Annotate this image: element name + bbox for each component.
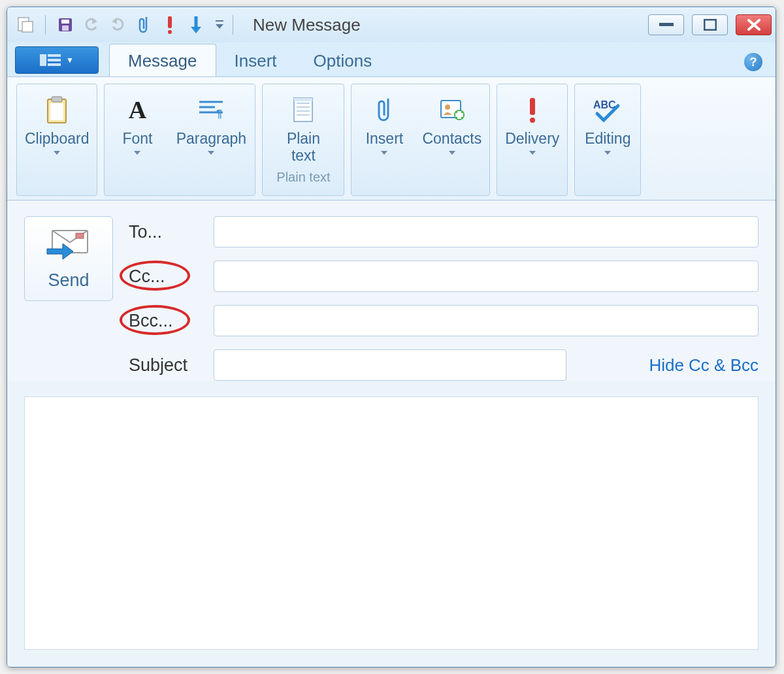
subject-label: Subject: [129, 355, 202, 376]
compose-area: Send To... Cc... Bcc...: [7, 201, 776, 667]
close-button[interactable]: [736, 14, 772, 35]
spellcheck-icon: ABC: [592, 93, 623, 126]
svg-rect-11: [216, 20, 223, 22]
svg-text:¶: ¶: [216, 108, 222, 120]
svg-rect-26: [294, 98, 312, 121]
svg-rect-20: [52, 97, 62, 102]
separator: [45, 15, 46, 35]
hide-cc-bcc-link[interactable]: Hide Cc & Bcc: [649, 355, 759, 376]
svg-marker-12: [216, 24, 223, 29]
delivery-button[interactable]: Delivery: [498, 89, 566, 157]
contacts-label: Contacts: [422, 130, 482, 147]
importance-icon: [527, 93, 538, 126]
clipboard-button[interactable]: Clipboard: [18, 89, 95, 157]
svg-marker-10: [191, 27, 201, 33]
subject-input[interactable]: [214, 349, 566, 381]
save-icon[interactable]: [56, 16, 74, 34]
font-button[interactable]: A Font: [106, 89, 169, 157]
send-envelope-icon: [46, 227, 91, 264]
cc-label-button[interactable]: Cc...: [129, 266, 202, 287]
editing-label: Editing: [585, 130, 630, 147]
ribbon: Clipboard A Font ¶ Paragraph: [7, 76, 776, 201]
clipboard-label: Clipboard: [25, 130, 89, 147]
quick-access-toolbar: [11, 15, 226, 35]
svg-point-38: [530, 118, 535, 123]
ribbon-group-insert: Insert Contacts: [351, 84, 490, 196]
paragraph-label: Paragraph: [176, 130, 246, 147]
tab-options[interactable]: Options: [295, 44, 391, 76]
dropdown-caret-icon: [208, 151, 214, 155]
redo-icon[interactable]: [108, 16, 127, 34]
svg-rect-41: [76, 233, 84, 238]
svg-rect-15: [40, 54, 46, 66]
new-message-window: New Message ▼ Message Insert Options ?: [7, 7, 776, 667]
maximize-button[interactable]: [692, 14, 728, 35]
ribbon-group-font: A Font ¶ Paragraph: [104, 84, 255, 196]
ribbon-tabs: ▼ Message Insert Options ?: [7, 42, 776, 76]
clipboard-icon: [45, 93, 69, 126]
dropdown-caret-icon: [54, 151, 60, 155]
svg-marker-5: [92, 18, 97, 24]
window-title: New Message: [253, 15, 361, 35]
dropdown-caret-icon: [449, 151, 455, 155]
contacts-icon: [438, 93, 466, 126]
font-icon: A: [129, 93, 146, 126]
ribbon-group-editing: ABC Editing: [574, 84, 641, 196]
svg-rect-1: [22, 22, 33, 32]
dropdown-caret-icon: [134, 151, 140, 155]
svg-text:ABC: ABC: [593, 99, 616, 110]
qat-customize-icon[interactable]: [213, 16, 226, 34]
svg-rect-4: [62, 25, 69, 31]
svg-rect-36: [455, 113, 463, 117]
font-label: Font: [122, 130, 152, 147]
svg-marker-6: [112, 18, 117, 24]
svg-rect-3: [61, 20, 69, 24]
to-input[interactable]: [214, 216, 759, 248]
bcc-input[interactable]: [214, 305, 759, 336]
svg-point-8: [168, 30, 172, 34]
contacts-button[interactable]: Contacts: [416, 89, 488, 157]
paragraph-button[interactable]: ¶ Paragraph: [169, 89, 253, 157]
attachment-icon[interactable]: [135, 16, 153, 34]
tab-message[interactable]: Message: [109, 44, 216, 76]
svg-rect-14: [704, 20, 716, 30]
tab-insert[interactable]: Insert: [216, 44, 295, 76]
titlebar: New Message: [7, 7, 776, 42]
insert-button[interactable]: Insert: [353, 89, 416, 157]
plaintext-group-label: Plain text: [276, 167, 330, 187]
separator: [233, 15, 233, 35]
undo-icon[interactable]: [82, 16, 101, 34]
editing-button[interactable]: ABC Editing: [576, 89, 639, 157]
svg-rect-18: [48, 63, 61, 66]
dropdown-caret-icon: [381, 151, 387, 155]
ribbon-group-delivery: Delivery: [497, 84, 568, 196]
new-document-icon[interactable]: [16, 16, 35, 34]
insert-label: Insert: [366, 130, 404, 147]
paperclip-icon: [376, 93, 392, 126]
plaintext-label: Plain text: [287, 130, 320, 165]
bcc-label-button[interactable]: Bcc...: [129, 311, 202, 331]
dropdown-caret-icon: [529, 151, 536, 155]
svg-rect-7: [168, 16, 172, 28]
message-body-area[interactable]: [24, 396, 759, 650]
ribbon-group-plaintext: Plain text Plain text: [262, 84, 344, 196]
svg-rect-37: [530, 98, 535, 115]
paragraph-icon: ¶: [198, 93, 224, 126]
send-button[interactable]: Send: [24, 216, 113, 301]
document-icon: [291, 93, 315, 126]
to-label-button[interactable]: To...: [129, 222, 202, 242]
cc-input[interactable]: [214, 261, 759, 292]
minimize-button[interactable]: [648, 14, 684, 35]
help-icon[interactable]: ?: [744, 53, 762, 71]
svg-rect-13: [659, 23, 674, 26]
svg-rect-21: [50, 103, 63, 120]
plaintext-button[interactable]: Plain text: [264, 89, 342, 167]
send-label: Send: [48, 270, 89, 291]
low-importance-icon[interactable]: [187, 16, 205, 34]
app-menu-button[interactable]: ▼: [15, 46, 99, 74]
svg-rect-16: [48, 54, 61, 57]
high-importance-icon[interactable]: [161, 16, 179, 34]
dropdown-caret-icon: [604, 151, 611, 155]
svg-rect-17: [48, 59, 61, 61]
svg-rect-31: [294, 98, 312, 101]
